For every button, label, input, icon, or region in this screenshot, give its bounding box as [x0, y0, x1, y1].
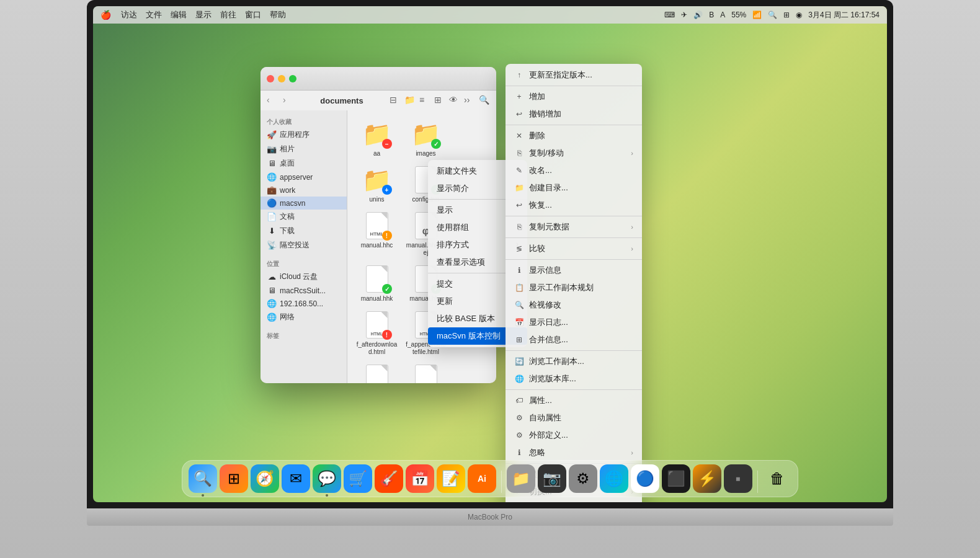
sidebar-item-airdrop[interactable]: 📡 隔空投送 — [261, 238, 347, 252]
file-item-unins[interactable]: 📁 + unins — [354, 162, 400, 206]
applications-icon: 🚀 — [267, 130, 277, 140]
cm-browse-repo[interactable]: 🌐 浏览版本库... — [506, 370, 642, 388]
menu-help[interactable]: 帮助 — [270, 9, 286, 20]
dock-sublime[interactable]: ⚡ — [693, 464, 721, 493]
minimize-button[interactable] — [278, 75, 285, 82]
sep-5 — [506, 259, 642, 260]
cm-copy-move[interactable]: ⎘ 复制/移动 › — [506, 144, 642, 162]
menu-view[interactable]: 显示 — [195, 9, 212, 20]
menubar-control-icon[interactable]: ⊞ — [783, 11, 790, 19]
menubar-volume-icon[interactable]: 🔊 — [693, 11, 703, 19]
sidebar-item-photos[interactable]: 📷 相片 — [261, 142, 347, 156]
dock-sysprefs[interactable]: ⚙ — [569, 464, 597, 493]
dock-mail[interactable]: ✉ — [282, 464, 310, 493]
new-folder-icon[interactable]: 📁 — [404, 95, 416, 106]
search-icon[interactable]: 🔍 — [479, 95, 490, 106]
sidebar-item-downloads[interactable]: ⬇ 下载 — [261, 224, 347, 238]
menu-edit[interactable]: 编辑 — [171, 9, 187, 20]
maximize-button[interactable] — [289, 75, 296, 82]
cm-create-branch[interactable]: 🌿 创建分支... — [506, 500, 642, 502]
sidebar-item-network-ip[interactable]: 🌐 192.168.50... — [261, 297, 347, 310]
dock-trash[interactable]: 🗑 — [763, 464, 791, 493]
dock-screenshot[interactable]: 📷 — [538, 464, 566, 493]
view-options-icon[interactable]: ⊟ — [390, 95, 401, 106]
dock-dark-app[interactable]: ▪ — [724, 464, 752, 493]
sidebar-item-network[interactable]: 🌐 网络 — [261, 310, 347, 324]
menubar-siri-icon[interactable]: ◉ — [796, 11, 802, 19]
menu-file[interactable]: 文件 — [146, 9, 162, 20]
cm-copy-metadata[interactable]: ⎘ 复制元数据 › — [506, 218, 642, 236]
sidebar-item-applications[interactable]: 🚀 应用程序 — [261, 128, 347, 142]
show-log-icon: 📅 — [514, 318, 524, 327]
more-icon[interactable]: ›› — [464, 95, 475, 106]
file-item-afterdownload[interactable]: HTML ! f_afterdownload.html — [354, 308, 400, 358]
cm-restore[interactable]: ↩ 恢复... — [506, 197, 642, 214]
cm-show-info-svn[interactable]: ℹ 显示信息 — [506, 262, 642, 279]
menu-go[interactable]: 前往 — [220, 9, 236, 20]
cm-update-to-version[interactable]: ↑ 更新至指定版本... — [506, 66, 642, 84]
cm-rename[interactable]: ✎ 改名... — [506, 162, 642, 179]
dock-appstore[interactable]: 🛒 — [344, 464, 372, 493]
list-view-icon[interactable]: ≡ — [419, 95, 430, 106]
menubar-airplane-icon[interactable]: ✈ — [681, 11, 687, 19]
sidebar-label-documents: 文稿 — [280, 211, 295, 222]
file-item-aa[interactable]: 📁 – aa — [354, 117, 400, 160]
dock-finder[interactable]: 🔍 — [189, 464, 217, 493]
dock-terminal[interactable]: ⬛ — [662, 464, 690, 493]
dock-folder[interactable]: 📁 — [507, 464, 535, 493]
sidebar-item-icloud[interactable]: ☁ iCloud 云盘 — [261, 270, 347, 284]
sidebar-item-desktop[interactable]: 🖥 桌面 — [261, 156, 347, 170]
cm-merge-info[interactable]: ⊞ 合并信息... — [506, 331, 642, 348]
cm-add[interactable]: + 增加 — [506, 88, 642, 105]
sidebar-item-documents[interactable]: 📄 文稿 — [261, 210, 347, 224]
dock-illustrator[interactable]: Ai — [468, 464, 496, 493]
sidebar-item-work[interactable]: 💼 work — [261, 184, 347, 197]
file-item-images[interactable]: 📁 ✓ images — [403, 117, 449, 160]
apple-menu[interactable]: 🍎 — [100, 10, 111, 20]
forward-button[interactable]: › — [283, 95, 294, 106]
menubar-spotlight-icon[interactable]: 🔍 — [768, 11, 777, 19]
menu-window[interactable]: 窗口 — [245, 9, 261, 20]
cm-check-modify[interactable]: 🔍 检视修改 — [506, 296, 642, 314]
dock-launchpad[interactable]: ⊞ — [220, 464, 248, 493]
cm-create-dir[interactable]: 📁 创建目录... — [506, 179, 642, 197]
dock-guitar[interactable]: 🎸 — [375, 464, 403, 493]
grid-view-icon[interactable]: ⊞ — [434, 95, 445, 106]
cm-undo-add[interactable]: ↩ 撤销增加 — [506, 105, 642, 123]
cm-show-info-label: 显示信息 — [529, 265, 561, 276]
file-item-manualhhc[interactable]: HTML ! manual.hhc — [354, 208, 400, 259]
menubar-keyboard-icon[interactable]: ⌨ — [664, 11, 675, 19]
file-item-backbutton[interactable]: HTML ! f_backbuttonclick.html — [354, 361, 400, 383]
dock-chrome[interactable]: 🔵 — [631, 464, 659, 493]
badge-aa: – — [382, 139, 392, 149]
menubar-text-input[interactable]: A — [720, 11, 725, 19]
sidebar-item-appserver[interactable]: 🌐 appserver — [261, 170, 347, 184]
file-item-manualhhk[interactable]: ✓ manual.hhk — [354, 262, 400, 305]
dock-edge[interactable]: 🌐 — [600, 464, 628, 493]
dock-messages[interactable]: 💬 — [313, 464, 341, 493]
dock-safari[interactable]: 🧭 — [251, 464, 279, 493]
cm-external-def[interactable]: ⚙ 外部定义... — [506, 427, 642, 444]
back-button[interactable]: ‹ — [267, 95, 278, 106]
cm-delete[interactable]: ✕ 删除 — [506, 127, 642, 144]
close-button[interactable] — [267, 75, 274, 82]
cm-auto-props[interactable]: ⚙ 自动属性 — [506, 409, 642, 427]
menubar-right: ⌨ ✈ 🔊 B A 55% 📶 🔍 ⊞ ◉ 3月4日 周二 16:17:54 — [664, 10, 880, 20]
share-icon[interactable]: 👁 — [449, 95, 460, 106]
menubar-wifi-icon[interactable]: 📶 — [752, 11, 762, 19]
menu-finder[interactable]: 访达 — [121, 9, 137, 20]
cm-ignore[interactable]: ℹ 忽略 › — [506, 444, 642, 461]
cm-browse-wc[interactable]: 🔄 浏览工作副本... — [506, 353, 642, 370]
cm-show-log[interactable]: 📅 显示日志... — [506, 314, 642, 331]
file-item-beforedownload[interactable]: HTML ↓ f_before_download.html — [403, 361, 449, 383]
menubar-bluetooth-icon[interactable]: B — [709, 11, 714, 19]
dock-pages[interactable]: 📝 — [437, 464, 465, 493]
cm-show-wc-plan[interactable]: 📋 显示工作副本规划 — [506, 279, 642, 296]
cm-compare[interactable]: ≶ 比较 › — [506, 240, 642, 257]
sidebar-item-macsvn[interactable]: 🔵 macsvn — [261, 197, 347, 210]
sep-4 — [506, 237, 642, 238]
file-name-images: images — [416, 150, 435, 157]
cm-props[interactable]: 🏷 属性... — [506, 392, 642, 409]
sidebar-item-macrcssuite[interactable]: 🖥 macRcsSuit... — [261, 284, 347, 297]
dock-calendar[interactable]: 📅 — [406, 464, 434, 493]
